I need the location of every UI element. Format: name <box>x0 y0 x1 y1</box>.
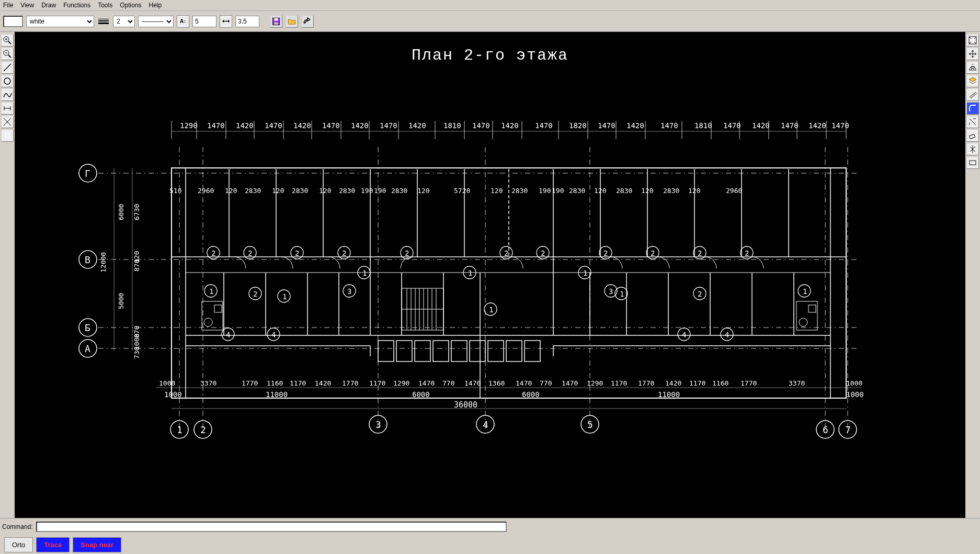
svg-text:2: 2 <box>342 249 346 257</box>
svg-text:4: 4 <box>725 331 729 339</box>
svg-rect-239 <box>506 341 522 361</box>
svg-rect-237 <box>470 341 485 361</box>
svg-text:1160: 1160 <box>267 379 283 387</box>
svg-text:1770: 1770 <box>740 379 757 387</box>
lineweight-select[interactable]: 2 <box>113 16 135 27</box>
svg-text:1470: 1470 <box>831 121 849 130</box>
move-icon[interactable] <box>966 48 979 60</box>
svg-text:4: 4 <box>682 331 686 339</box>
svg-text:1470: 1470 <box>598 121 616 130</box>
command-input[interactable] <box>36 522 507 532</box>
circle-icon[interactable] <box>1 75 14 87</box>
menu-functions[interactable]: Functions <box>63 2 90 9</box>
svg-text:6000: 6000 <box>412 390 430 399</box>
color-select[interactable]: white <box>26 16 94 27</box>
menu-options[interactable]: Options <box>120 2 141 9</box>
menu-file[interactable]: File <box>3 2 13 9</box>
fillet-icon[interactable] <box>966 102 979 115</box>
dimension-icon[interactable] <box>1 102 14 115</box>
svg-point-139 <box>799 318 807 326</box>
erase-icon[interactable] <box>966 129 979 142</box>
svg-text:1420: 1420 <box>236 121 254 130</box>
svg-text:1: 1 <box>468 269 472 277</box>
svg-text:190: 190 <box>539 187 551 195</box>
svg-text:2: 2 <box>248 249 252 257</box>
menu-tools[interactable]: Tools <box>98 2 112 9</box>
mirror-icon[interactable] <box>966 61 979 74</box>
svg-text:1470: 1470 <box>265 121 282 130</box>
svg-text:E: E <box>7 133 10 139</box>
trim2-icon[interactable] <box>966 116 979 128</box>
menu-draw[interactable]: Draw <box>41 2 56 9</box>
zoom-in-icon[interactable] <box>1 34 14 47</box>
svg-text:Б: Б <box>85 322 90 333</box>
svg-text:1470: 1470 <box>418 379 435 387</box>
svg-text:1470: 1470 <box>660 121 678 130</box>
save-icon[interactable] <box>270 15 282 28</box>
svg-text:1290: 1290 <box>180 121 198 130</box>
text-icon[interactable]: TE <box>1 129 14 142</box>
svg-text:1: 1 <box>803 287 807 296</box>
dimspacing-input[interactable] <box>235 16 259 27</box>
svg-rect-138 <box>796 301 817 330</box>
svg-text:2830: 2830 <box>391 187 407 195</box>
dimspacing-icon[interactable]: ⟷ <box>220 15 232 28</box>
rect-icon[interactable] <box>966 156 979 169</box>
svg-text:2830: 2830 <box>511 187 528 195</box>
explode-icon[interactable] <box>966 143 979 155</box>
svg-text:11000: 11000 <box>266 390 288 399</box>
drawing-canvas[interactable]: План 2-го этажа <box>15 32 965 518</box>
svg-point-11 <box>4 78 10 84</box>
svg-text:1: 1 <box>583 269 587 277</box>
open-icon[interactable] <box>286 15 298 28</box>
undo-icon[interactable] <box>301 15 314 28</box>
svg-rect-240 <box>525 341 540 361</box>
svg-text:190: 190 <box>374 187 386 195</box>
svg-text:4: 4 <box>226 331 230 339</box>
svg-text:120: 120 <box>319 187 331 195</box>
svg-rect-1 <box>274 18 278 21</box>
svg-text:1470: 1470 <box>380 121 397 130</box>
text-height-icon[interactable]: A↕ <box>177 15 189 28</box>
orto-toggle[interactable]: Orto <box>4 537 33 552</box>
menu-view[interactable]: View <box>20 2 34 9</box>
svg-text:1: 1 <box>209 287 213 296</box>
svg-text:7: 7 <box>845 424 851 435</box>
trim-icon[interactable] <box>1 116 14 128</box>
status-bar: Orto Trace Snap near <box>0 535 980 554</box>
svg-text:12000: 12000 <box>99 252 107 273</box>
top-toolbar: white 2 ———— A↕ ⟷ <box>0 11 980 32</box>
svg-text:770: 770 <box>540 379 552 387</box>
svg-rect-233 <box>396 341 412 361</box>
current-color-swatch[interactable] <box>3 16 23 27</box>
svg-text:1000: 1000 <box>846 379 862 387</box>
svg-text:1: 1 <box>177 424 183 435</box>
spline-icon[interactable] <box>1 88 14 101</box>
svg-line-8 <box>8 55 11 58</box>
svg-text:1470: 1470 <box>472 121 490 130</box>
svg-text:2830: 2830 <box>245 187 261 195</box>
svg-text:3: 3 <box>347 287 351 296</box>
fullextent-icon[interactable] <box>966 34 979 47</box>
linetype-select[interactable]: ———— <box>138 16 174 27</box>
command-label: Command: <box>2 523 33 530</box>
snap-toggle[interactable]: Snap near <box>73 537 121 552</box>
svg-text:6: 6 <box>823 424 828 435</box>
line-icon[interactable] <box>1 61 14 74</box>
zoom-out-icon[interactable] <box>1 48 14 60</box>
svg-rect-235 <box>433 341 449 361</box>
layers-icon[interactable] <box>966 75 979 87</box>
svg-text:1420: 1420 <box>408 121 426 130</box>
trace-toggle[interactable]: Trace <box>36 537 70 552</box>
svg-text:2830: 2830 <box>663 187 679 195</box>
svg-text:2830: 2830 <box>292 187 308 195</box>
svg-rect-236 <box>451 341 467 361</box>
lineweight-icon <box>97 16 110 27</box>
text-height-input[interactable] <box>192 16 216 27</box>
svg-text:870: 870 <box>133 259 141 272</box>
right-toolbar <box>965 32 980 518</box>
menu-help[interactable]: Help <box>149 2 162 9</box>
svg-rect-294 <box>970 161 976 165</box>
svg-text:1420: 1420 <box>808 121 826 130</box>
offset-icon[interactable] <box>966 88 979 101</box>
